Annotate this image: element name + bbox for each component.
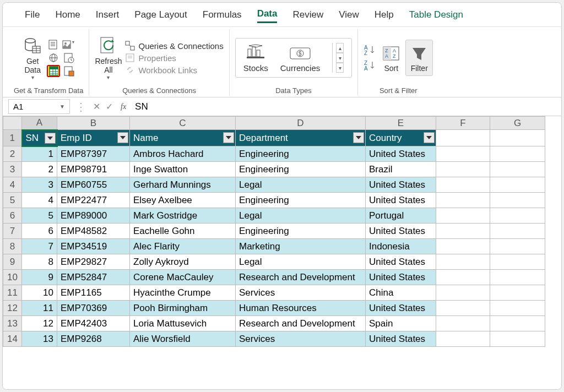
cancel-edit-icon[interactable]: ✕: [93, 101, 100, 112]
cell[interactable]: EMP52847: [57, 270, 130, 285]
cell[interactable]: [436, 177, 490, 193]
cell[interactable]: [490, 301, 545, 316]
table-header-empid[interactable]: Emp ID: [57, 130, 130, 146]
cell[interactable]: Ambros Hachard: [130, 146, 236, 162]
cell[interactable]: Corene MacCauley: [130, 270, 236, 285]
cell[interactable]: [490, 224, 545, 239]
cell[interactable]: 8: [22, 254, 57, 270]
cell[interactable]: EMP60755: [57, 177, 130, 193]
row-header[interactable]: 11: [3, 285, 22, 301]
cell[interactable]: EMP70369: [57, 301, 130, 316]
cell[interactable]: Alec Flarity: [130, 239, 236, 254]
filter-button[interactable]: Filter: [405, 40, 433, 75]
cell[interactable]: [436, 208, 490, 224]
table-header-sn[interactable]: SN: [22, 130, 57, 146]
cell[interactable]: Research and Development: [236, 316, 366, 331]
cell[interactable]: EMP42403: [57, 316, 130, 331]
formula-input[interactable]: [131, 97, 561, 116]
cell[interactable]: Alie Worsfield: [130, 331, 236, 347]
cell[interactable]: EMP89000: [57, 208, 130, 224]
tab-insert[interactable]: Insert: [96, 9, 120, 23]
cell[interactable]: [436, 270, 490, 285]
cell[interactable]: Engineering: [236, 224, 366, 239]
datatype-more-icon[interactable]: ▾: [336, 63, 344, 73]
cell[interactable]: [436, 162, 490, 177]
cell[interactable]: Hyacinthe Crumpe: [130, 285, 236, 301]
cell[interactable]: Zolly Aykroyd: [130, 254, 236, 270]
cell[interactable]: [490, 208, 545, 224]
row-header[interactable]: 9: [3, 254, 22, 270]
tab-data[interactable]: Data: [257, 8, 278, 23]
column-header[interactable]: G: [490, 117, 545, 130]
tab-table-design[interactable]: Table Design: [409, 9, 463, 23]
cell[interactable]: Inge Swatton: [130, 162, 236, 177]
cell[interactable]: [490, 331, 545, 347]
datatype-up-icon[interactable]: ▴: [336, 43, 344, 53]
row-header[interactable]: 5: [3, 193, 22, 208]
cell[interactable]: [436, 146, 490, 162]
cell[interactable]: [436, 316, 490, 331]
cell[interactable]: United States: [366, 270, 436, 285]
row-header[interactable]: 7: [3, 224, 22, 239]
cell[interactable]: [490, 162, 545, 177]
cell[interactable]: United States: [366, 331, 436, 347]
cell[interactable]: China: [366, 285, 436, 301]
queries-connections-button[interactable]: Queries & Connections: [125, 41, 223, 51]
cell[interactable]: Engineering: [236, 162, 366, 177]
tab-view[interactable]: View: [339, 9, 359, 23]
properties-button[interactable]: Properties: [125, 53, 223, 63]
table-header-country[interactable]: Country: [366, 130, 436, 146]
select-all-corner[interactable]: [3, 117, 22, 130]
column-header[interactable]: F: [436, 117, 490, 130]
cell[interactable]: [436, 193, 490, 208]
tab-file[interactable]: File: [25, 9, 40, 23]
recent-sources-icon[interactable]: [62, 52, 75, 64]
cell[interactable]: Elsey Axelbee: [130, 193, 236, 208]
cell[interactable]: [490, 130, 545, 146]
cell[interactable]: [436, 285, 490, 301]
cell[interactable]: United States: [366, 254, 436, 270]
filter-dropdown-icon[interactable]: [353, 132, 364, 143]
cell[interactable]: United States: [366, 224, 436, 239]
datatype-down-icon[interactable]: ▾: [336, 53, 344, 63]
worksheet-grid[interactable]: A B C D E F G 1 SN Emp ID Name Departmen…: [3, 116, 561, 389]
column-header[interactable]: D: [236, 117, 366, 130]
cell[interactable]: Spain: [366, 316, 436, 331]
cell[interactable]: Human Resources: [236, 301, 366, 316]
cell[interactable]: Gerhard Munnings: [130, 177, 236, 193]
cell[interactable]: [436, 331, 490, 347]
row-header[interactable]: 12: [3, 301, 22, 316]
cell[interactable]: 7: [22, 239, 57, 254]
sort-desc-button[interactable]: ZA: [364, 59, 377, 72]
row-header[interactable]: 4: [3, 177, 22, 193]
tab-help[interactable]: Help: [375, 9, 394, 23]
stocks-button[interactable]: Stocks: [243, 43, 268, 73]
cell[interactable]: [436, 239, 490, 254]
workbook-links-button[interactable]: Workbook Links: [125, 65, 223, 75]
table-header-department[interactable]: Department: [236, 130, 366, 146]
cell[interactable]: Research and Development: [236, 270, 366, 285]
cell[interactable]: 4: [22, 193, 57, 208]
cell[interactable]: EMP87397: [57, 146, 130, 162]
filter-dropdown-icon[interactable]: [223, 132, 234, 143]
cell[interactable]: EMP48582: [57, 224, 130, 239]
cell[interactable]: [490, 146, 545, 162]
cell[interactable]: [490, 239, 545, 254]
cell[interactable]: EMP9268: [57, 331, 130, 347]
cell[interactable]: 13: [22, 331, 57, 347]
row-header[interactable]: 2: [3, 146, 22, 162]
cell[interactable]: Indonesia: [366, 239, 436, 254]
currencies-button[interactable]: $ Currencies: [280, 43, 321, 73]
filter-dropdown-icon[interactable]: [117, 132, 128, 143]
name-box[interactable]: A1 ▼: [8, 99, 70, 114]
column-header[interactable]: E: [366, 117, 436, 130]
cell[interactable]: [490, 177, 545, 193]
row-header[interactable]: 1: [3, 130, 22, 146]
cell[interactable]: 2: [22, 162, 57, 177]
cell[interactable]: 5: [22, 208, 57, 224]
cell[interactable]: Legal: [236, 254, 366, 270]
cell[interactable]: [490, 285, 545, 301]
cell[interactable]: United States: [366, 146, 436, 162]
from-table-range-icon[interactable]: [47, 65, 60, 77]
cell[interactable]: United States: [366, 177, 436, 193]
